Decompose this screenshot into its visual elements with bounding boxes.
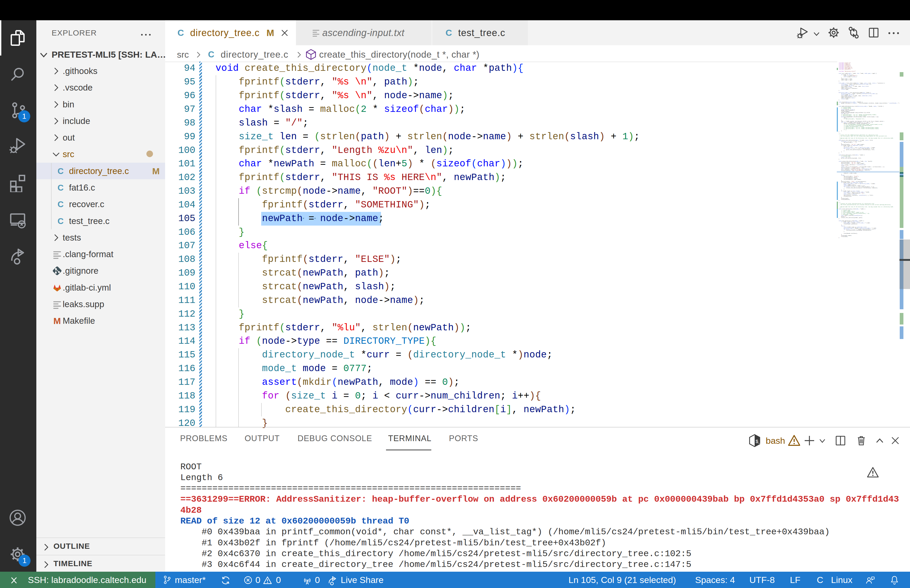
svg-text:$_: $_	[756, 439, 761, 444]
